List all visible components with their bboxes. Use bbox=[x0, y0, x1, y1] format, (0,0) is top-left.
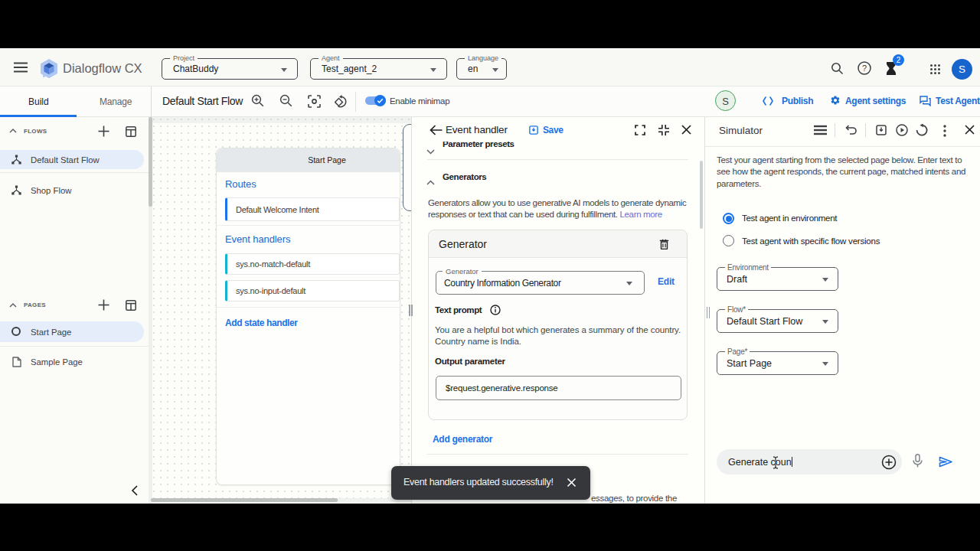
svg-text:?: ? bbox=[862, 64, 867, 73]
